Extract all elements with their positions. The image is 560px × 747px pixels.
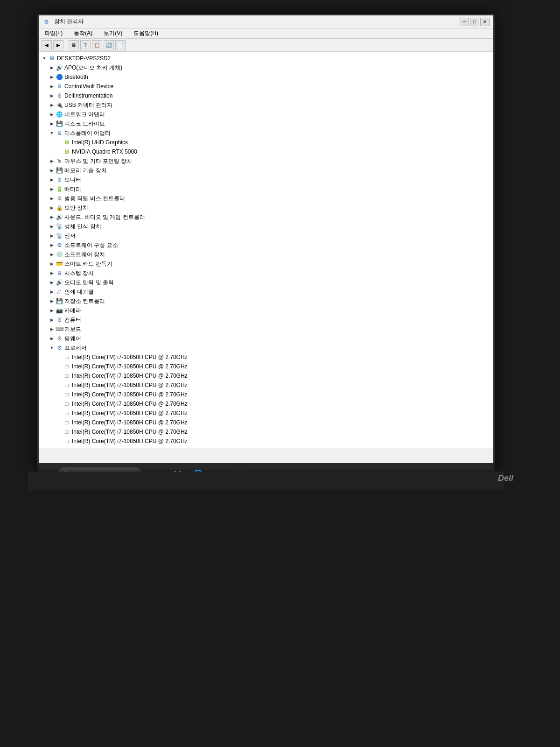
tree-toggle-29[interactable]: ▶	[48, 335, 56, 342]
menu-view[interactable]: 보기(V)	[102, 29, 124, 38]
properties-button[interactable]: 📋	[92, 40, 102, 50]
tree-item[interactable]: ▶ ⚙ 소프트웨어 구성 요소	[39, 240, 493, 250]
menu-file[interactable]: 파일(F)	[42, 29, 64, 38]
tree-toggle-33[interactable]	[56, 372, 63, 380]
device-tree[interactable]: ▼ 🖥 DESKTOP-VPS2SD2 ▶ 🔊 APO(오디오 처리 개체) ▶…	[39, 52, 493, 448]
tree-toggle-41[interactable]	[56, 447, 63, 448]
tree-toggle-14[interactable]: ▶	[48, 195, 56, 202]
tree-toggle-1[interactable]: ▶	[48, 73, 56, 81]
tree-toggle-0[interactable]: ▶	[48, 64, 56, 71]
tree-toggle-28[interactable]: ▶	[48, 325, 56, 333]
root-toggle[interactable]: ▼	[41, 55, 48, 62]
tree-toggle-20[interactable]: ▶	[48, 251, 56, 258]
tree-item[interactable]: □ Intel(R) Core(TM) i7-10850H CPU @ 2.70…	[39, 371, 493, 381]
tree-toggle-31[interactable]	[56, 353, 63, 361]
tree-toggle-39[interactable]	[56, 428, 63, 436]
tree-toggle-5[interactable]: ▶	[48, 111, 56, 118]
tree-item[interactable]: □ Intel(R) Core(TM) i7-10850H CPU @ 2.70…	[39, 446, 493, 448]
tree-toggle-24[interactable]: ▶	[48, 288, 56, 296]
tree-item[interactable]: ▼ 🖥 디스플레이 어댑터	[39, 128, 493, 138]
tree-item[interactable]: 🖥 NVIDIA Quadro RTX 5000	[39, 147, 493, 156]
tree-toggle-16[interactable]: ▶	[48, 213, 56, 221]
maximize-button[interactable]: □	[470, 18, 479, 26]
tree-item[interactable]: □ Intel(R) Core(TM) i7-10850H CPU @ 2.70…	[39, 381, 493, 390]
tree-item[interactable]: □ Intel(R) Core(TM) i7-10850H CPU @ 2.70…	[39, 409, 493, 418]
help-button[interactable]: ?	[80, 40, 91, 50]
tree-item[interactable]: ▶ 🖱 마우스 및 기타 포인팅 장치	[39, 156, 493, 166]
tree-item[interactable]: ▶ 🌐 네트워크 어댑터	[39, 110, 493, 119]
tree-toggle-35[interactable]	[56, 391, 63, 398]
tree-toggle-23[interactable]: ▶	[48, 279, 56, 286]
tree-toggle-4[interactable]: ▶	[48, 101, 56, 109]
device-manager-icon[interactable]: 🖥	[69, 40, 79, 50]
tree-toggle-3[interactable]: ▶	[48, 92, 56, 99]
tree-toggle-13[interactable]: ▶	[48, 185, 56, 193]
tree-toggle-40[interactable]	[56, 437, 63, 445]
tree-toggle-9[interactable]	[56, 148, 63, 155]
tree-item[interactable]: ▶ 📡 생체 인식 장치	[39, 222, 493, 231]
tree-toggle-17[interactable]: ▶	[48, 223, 56, 230]
tree-item[interactable]: ▶ 💳 스마트 카드 판독기	[39, 259, 493, 268]
tree-item[interactable]: □ Intel(R) Core(TM) i7-10850H CPU @ 2.70…	[39, 427, 493, 437]
close-button[interactable]: ✕	[480, 18, 490, 26]
menu-help[interactable]: 도움말(H)	[132, 29, 160, 38]
tree-item[interactable]: ▶ ⚙ 범용 직렬 버스 컨트롤러	[39, 194, 493, 203]
tree-toggle-7[interactable]: ▼	[48, 129, 56, 137]
tree-item[interactable]: ▶ 🖥 시스템 장치	[39, 268, 493, 278]
tree-item[interactable]: ▶ 💿 소프트웨어 장치	[39, 250, 493, 259]
tree-item[interactable]: ▶ 🔋 배터리	[39, 184, 493, 194]
tree-toggle-36[interactable]	[56, 400, 63, 408]
tree-item[interactable]: □ Intel(R) Core(TM) i7-10850H CPU @ 2.70…	[39, 352, 493, 362]
tree-toggle-8[interactable]	[56, 139, 63, 146]
back-button[interactable]: ◀	[42, 40, 52, 50]
scan-button[interactable]: 📄	[115, 40, 126, 50]
tree-item[interactable]: ▶ 📷 카메라	[39, 306, 493, 315]
tree-item[interactable]: ▶ 🖥 ControlVault Device	[39, 82, 493, 91]
menu-action[interactable]: 동작(A)	[72, 29, 94, 38]
tree-item[interactable]: □ Intel(R) Core(TM) i7-10850H CPU @ 2.70…	[39, 437, 493, 446]
tree-item[interactable]: □ Intel(R) Core(TM) i7-10850H CPU @ 2.70…	[39, 418, 493, 427]
tree-toggle-15[interactable]: ▶	[48, 204, 56, 211]
tree-item[interactable]: □ Intel(R) Core(TM) i7-10850H CPU @ 2.70…	[39, 399, 493, 409]
tree-item[interactable]: ▶ 🔌 USB 커넥터 관리자	[39, 100, 493, 110]
tree-item[interactable]: ▶ 💾 저장소 컨트롤러	[39, 296, 493, 306]
tree-toggle-34[interactable]	[56, 381, 63, 389]
tree-item[interactable]: 🖥 Intel(R) UHD Graphics	[39, 138, 493, 147]
tree-item[interactable]: ▶ 🔒 보안 장치	[39, 203, 493, 212]
tree-toggle-12[interactable]: ▶	[48, 176, 56, 183]
tree-toggle-21[interactable]: ▶	[48, 260, 56, 268]
tree-item[interactable]: ▶ 🔵 Bluetooth	[39, 72, 493, 82]
refresh-button[interactable]: 🔄	[104, 40, 114, 50]
tree-item[interactable]: ▶ 📡 센서	[39, 231, 493, 240]
tree-toggle-37[interactable]	[56, 409, 63, 417]
tree-item[interactable]: ▶ 🖥 DellInstrumentation	[39, 91, 493, 100]
tree-toggle-10[interactable]: ▶	[48, 157, 56, 165]
tree-item[interactable]: ▶ 🖥 컴퓨터	[39, 315, 493, 324]
tree-item[interactable]: ▶ ⌨ 키보드	[39, 324, 493, 334]
tree-item[interactable]: ▶ 💾 메모리 기술 장치	[39, 166, 493, 175]
tree-toggle-38[interactable]	[56, 419, 63, 426]
tree-item[interactable]: □ Intel(R) Core(TM) i7-10850H CPU @ 2.70…	[39, 390, 493, 399]
tree-item[interactable]: ▶ 💾 디스코 드라이브	[39, 119, 493, 128]
tree-item[interactable]: ▶ 🖨 인쇄 대기열	[39, 287, 493, 296]
tree-toggle-26[interactable]: ▶	[48, 307, 56, 314]
tree-toggle-19[interactable]: ▶	[48, 241, 56, 249]
tree-item[interactable]: ▶ 🔊 오디오 입력 및 출력	[39, 278, 493, 287]
tree-toggle-11[interactable]: ▶	[48, 167, 56, 174]
tree-item[interactable]: ▶ 🔊 APO(오디오 처리 개체)	[39, 63, 493, 72]
tree-root[interactable]: ▼ 🖥 DESKTOP-VPS2SD2	[39, 54, 493, 63]
forward-button[interactable]: ▶	[53, 40, 63, 50]
tree-item[interactable]: ▶ 🔊 사운드, 비디오 및 게임 컨트롤러	[39, 212, 493, 222]
tree-item[interactable]: ▼ ⚙ 프로세서	[39, 343, 493, 352]
tree-toggle-18[interactable]: ▶	[48, 232, 56, 240]
tree-item[interactable]: ▶ ⚙ 펌웨어	[39, 334, 493, 343]
tree-toggle-27[interactable]: ▶	[48, 316, 56, 324]
tree-item[interactable]: □ Intel(R) Core(TM) i7-10850H CPU @ 2.70…	[39, 362, 493, 371]
tree-toggle-30[interactable]: ▼	[48, 344, 56, 352]
tree-toggle-2[interactable]: ▶	[48, 83, 56, 90]
tree-toggle-32[interactable]	[56, 363, 63, 370]
minimize-button[interactable]: ─	[460, 18, 469, 26]
tree-toggle-6[interactable]: ▶	[48, 120, 56, 127]
tree-item[interactable]: ▶ 🖥 모니터	[39, 175, 493, 184]
tree-toggle-25[interactable]: ▶	[48, 297, 56, 305]
